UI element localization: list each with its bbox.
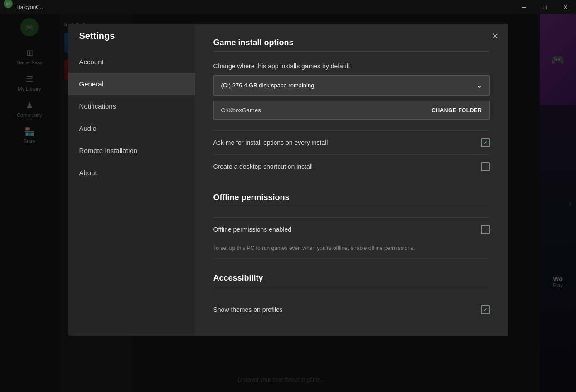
- ask-install-row: Ask me for install options on every inst…: [213, 130, 490, 154]
- title-bar-left: 🎮 HalcyonC...: [4, 0, 44, 15]
- title-bar-controls: ─ □ ✕: [513, 0, 576, 14]
- minimize-button[interactable]: ─: [513, 0, 534, 14]
- nav-item-about[interactable]: About: [68, 162, 195, 184]
- dropdown-value: (C:) 276.4 GB disk space remaining: [221, 82, 315, 89]
- section-divider: [213, 51, 490, 52]
- settings-title: Settings: [79, 31, 115, 41]
- desktop-shortcut-label: Create a desktop shortcut on install: [213, 163, 313, 170]
- offline-section-divider: [213, 206, 490, 206]
- show-themes-row: Show themes on profiles: [213, 298, 490, 321]
- nav-item-notifications[interactable]: Notifications: [68, 95, 195, 117]
- nav-item-remote-installation[interactable]: Remote Installation: [68, 139, 195, 162]
- desktop-shortcut-row: Create a desktop shortcut on install: [213, 154, 490, 178]
- offline-permissions-row: Offline permissions enabled: [213, 217, 490, 241]
- offline-section-title: Offline permissions: [213, 193, 490, 202]
- title-bar: 🎮 HalcyonC... ─ □ ✕: [0, 0, 576, 14]
- chevron-down-icon: ⌄: [476, 81, 482, 90]
- folder-row: C:\XboxGames CHANGE FOLDER: [213, 101, 490, 120]
- desktop-shortcut-checkbox[interactable]: [481, 162, 490, 171]
- install-location-dropdown[interactable]: (C:) 276.4 GB disk space remaining ⌄: [213, 75, 490, 96]
- change-location-label: Change where this app installs games by …: [213, 62, 490, 70]
- accessibility-section-title: Accessibility: [213, 273, 490, 283]
- avatar: 🎮: [4, 0, 13, 8]
- ask-install-label: Ask me for install options on every inst…: [213, 139, 328, 146]
- modal-overlay: Settings ✕ Account General Notifications…: [0, 14, 576, 392]
- accessibility-section-divider: [213, 287, 490, 287]
- maximize-button[interactable]: □: [534, 0, 555, 14]
- change-folder-button[interactable]: CHANGE FOLDER: [431, 107, 482, 114]
- ask-install-checkbox[interactable]: [481, 138, 490, 147]
- offline-permissions-description: To set up this PC to run games even when…: [213, 241, 490, 259]
- folder-path: C:\XboxGames: [221, 107, 261, 114]
- settings-content: Game install options Change where this a…: [195, 24, 508, 336]
- nav-item-general[interactable]: General: [68, 73, 195, 95]
- game-install-section-title: Game install options: [213, 38, 490, 48]
- show-themes-label: Show themes on profiles: [213, 306, 283, 313]
- nav-item-audio[interactable]: Audio: [68, 117, 195, 139]
- window-close-button[interactable]: ✕: [555, 0, 576, 14]
- offline-permissions-label: Offline permissions enabled: [213, 226, 292, 233]
- nav-item-account[interactable]: Account: [68, 51, 195, 73]
- settings-dialog: Settings ✕ Account General Notifications…: [68, 24, 508, 336]
- offline-permissions-checkbox[interactable]: [481, 225, 490, 234]
- show-themes-checkbox[interactable]: [481, 305, 490, 314]
- settings-nav: Account General Notifications Audio Remo…: [68, 24, 195, 336]
- app-title: HalcyonC...: [16, 4, 44, 10]
